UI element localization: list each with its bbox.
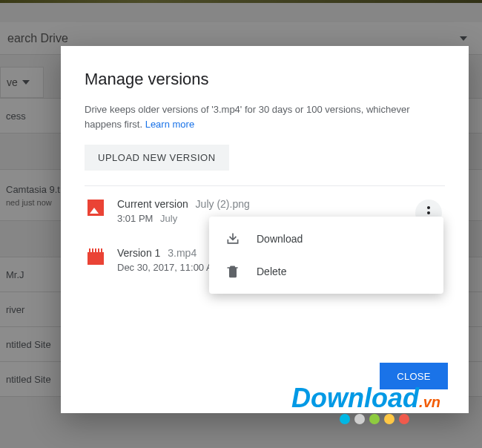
version-title-line: Current version July (2).png <box>117 198 402 210</box>
trash-icon <box>225 264 240 279</box>
image-file-icon <box>88 200 104 216</box>
divider <box>85 185 445 186</box>
upload-new-version-button[interactable]: UPLOAD NEW VERSION <box>85 145 229 171</box>
learn-more-link[interactable]: Learn more <box>145 119 194 130</box>
menu-download[interactable]: Download <box>209 223 443 255</box>
dialog-description: Drive keeps older versions of '3.mp4' fo… <box>85 102 445 131</box>
menu-delete-label: Delete <box>257 266 286 277</box>
video-file-icon <box>88 248 104 265</box>
download-icon <box>225 231 240 246</box>
close-button[interactable]: CLOSE <box>380 363 448 389</box>
dialog-title: Manage versions <box>85 70 445 89</box>
version-context-menu: Download Delete <box>209 217 443 294</box>
menu-download-label: Download <box>257 233 303 245</box>
menu-delete[interactable]: Delete <box>209 255 443 288</box>
